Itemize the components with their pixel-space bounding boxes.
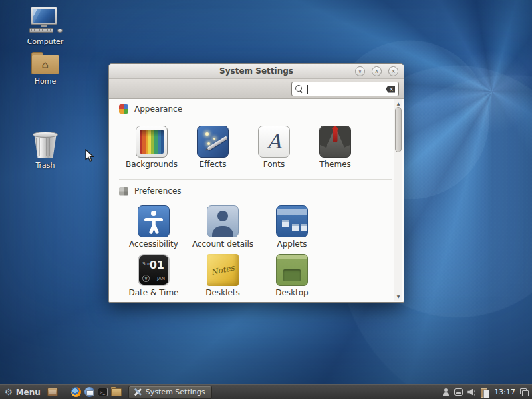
home-folder-icon: ⌂ [31,52,59,74]
show-desktop-icon[interactable] [47,388,58,396]
effects-icon [197,126,229,158]
house-glyph: ⌂ [42,59,49,70]
terminal-icon[interactable]: >_ [98,388,108,396]
settings-item-fonts[interactable]: A Fonts [243,126,305,169]
close-icon: × [391,69,396,74]
account-details-icon [207,205,239,237]
themes-icon [319,126,351,158]
settings-content: Appearance Backgrounds Effects A Fonts [109,99,404,302]
text-caret [307,85,308,94]
clear-search-icon[interactable]: × [386,86,395,93]
firefox-icon[interactable] [71,387,81,397]
maximize-icon: ∧ [375,69,379,74]
settings-item-date-time[interactable]: Sun 01 JAN ∨ Date & Time [119,254,188,297]
tile-label: Fonts [263,160,285,169]
file-manager-icon[interactable] [111,388,122,396]
web-browser-icon[interactable] [84,387,94,397]
search-input[interactable]: × [291,82,399,96]
settings-item-effects[interactable]: Effects [182,126,243,169]
titlebar[interactable]: System Settings ∨ ∧ × [109,64,404,79]
trash-icon [31,132,59,158]
desktop-icon-label: Computer [27,37,64,46]
date-time-icon: Sun 01 JAN ∨ [138,254,170,286]
desktop-icon-label: Home [35,77,56,86]
display-icon[interactable] [454,388,463,396]
tile-label: Desklets [205,288,240,297]
desktop-settings-icon [276,254,308,286]
scrollbar[interactable]: ▲ ▼ [394,99,402,301]
task-label: System Settings [146,388,205,396]
section-label: Preferences [134,186,182,196]
taskbar: ⚙ Menu >_ System Settings 13:17 [0,384,532,399]
settings-item-backgrounds[interactable]: Backgrounds [121,126,182,169]
tile-label: Account details [192,239,253,249]
search-icon [295,85,303,93]
settings-item-applets[interactable]: Applets [257,205,327,249]
menu-label: Menu [16,388,41,397]
fonts-icon: A [258,126,290,158]
section-header-appearance: Appearance [119,104,182,114]
tile-label: Desktop [275,288,309,297]
settings-item-desktop[interactable]: Desktop [257,254,327,297]
mouse-cursor [85,149,94,165]
accessibility-icon [138,205,170,237]
clipboard-icon[interactable] [481,388,489,397]
clock[interactable]: 13:17 [494,388,515,396]
tile-label: Effects [200,160,227,169]
system-settings-icon [133,388,142,396]
scrollbar-thumb[interactable] [395,107,402,152]
desktop-icon-home[interactable]: ⌂ Home [19,52,72,86]
section-header-preferences: Preferences [119,186,182,196]
toolbar: × [109,79,404,99]
backgrounds-icon [136,126,168,158]
settings-item-account-details[interactable]: Account details [188,205,257,249]
section-label: Appearance [134,104,182,114]
tile-label: Backgrounds [126,160,178,169]
desktop-icon-computer[interactable]: Computer [19,7,72,46]
settings-item-themes[interactable]: Themes [305,126,366,169]
system-settings-window: System Settings ∨ ∧ × × Appearance Backg… [108,63,404,303]
computer-icon [27,7,64,35]
settings-item-desklets[interactable]: Notes Desklets [188,254,257,297]
taskbar-window-button[interactable]: System Settings [128,386,213,399]
menu-button[interactable]: ⚙ Menu [0,385,46,399]
applets-icon [276,205,308,237]
desklets-icon: Notes [207,254,239,286]
desktop-icon-trash[interactable]: Trash [19,132,72,170]
window-title: System Settings [219,66,293,76]
tile-label: Applets [277,239,307,249]
workspace-switcher-icon[interactable] [520,388,529,396]
maximize-button[interactable]: ∧ [372,66,382,76]
preferences-section-icon [119,187,128,196]
scroll-down-icon[interactable]: ▼ [394,292,402,301]
desktop-icon-label: Trash [35,161,55,170]
tile-label: Date & Time [128,288,178,297]
system-tray: 13:17 [442,388,532,397]
tile-label: Accessibility [129,239,178,249]
tile-label: Themes [319,160,351,169]
user-icon[interactable] [442,388,450,396]
settings-item-accessibility[interactable]: Accessibility [119,205,188,249]
minimize-icon: ∨ [358,69,362,74]
volume-icon[interactable] [467,388,476,396]
close-button[interactable]: × [388,66,398,76]
minimize-button[interactable]: ∨ [355,66,365,76]
gear-icon: ⚙ [5,388,13,396]
appearance-section-icon [119,104,128,114]
section-divider [119,179,392,180]
